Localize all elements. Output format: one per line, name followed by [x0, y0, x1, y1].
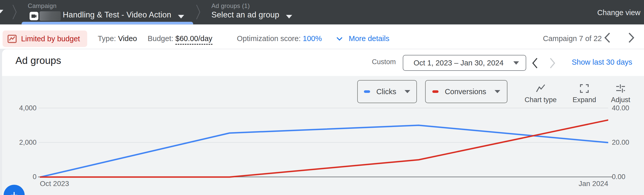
active-tab-indicator: [22, 22, 193, 24]
optimization-value[interactable]: 100%: [303, 34, 322, 43]
x-axis-tick-end: Jan 2024: [544, 180, 608, 188]
previous-campaign-button[interactable]: [603, 32, 612, 44]
previous-date-range-button[interactable]: [531, 56, 541, 70]
optimization-score-field: Optimization score: 100%: [237, 34, 322, 43]
next-campaign-button[interactable]: [628, 32, 637, 44]
date-mode-label: Custom: [372, 58, 396, 66]
metric-label: Clicks: [376, 87, 396, 96]
budget-value[interactable]: $60.00/day: [175, 34, 212, 45]
more-details-label: More details: [349, 34, 389, 43]
chevron-down-icon: [405, 90, 410, 93]
chevron-left-icon: [531, 57, 538, 69]
optimization-label: Optimization score:: [237, 34, 301, 43]
campaign-name: Handling & Test - Video Action: [63, 10, 171, 20]
status-badge[interactable]: Limited by budget: [3, 31, 87, 47]
more-details-button[interactable]: More details: [336, 34, 389, 43]
metric-selector-clicks[interactable]: Clicks: [357, 80, 417, 103]
right-axis-tick: 40.00: [612, 104, 644, 112]
type-value: Video: [118, 34, 137, 43]
budget-label: Budget:: [148, 34, 173, 43]
metric-selector-conversions[interactable]: Conversions: [425, 80, 507, 103]
video-campaign-icon: [30, 12, 38, 20]
date-range-picker[interactable]: Oct 1, 2023 – Jan 30, 2024: [403, 55, 526, 71]
left-axis-tick: 4,000: [2, 104, 37, 112]
breadcrumb-separator-icon: [12, 4, 17, 20]
top-navigation-bar: Campaign Handling & Test - Video Action …: [0, 0, 644, 24]
campaign-crumb-label: Campaign: [28, 2, 57, 9]
ad-groups-crumb-label: Ad groups (1): [211, 2, 250, 9]
chevron-down-icon: [286, 15, 292, 18]
chevron-down-icon: [495, 90, 500, 93]
limited-budget-icon: [7, 33, 17, 44]
ad-group-placeholder: Select an ad group: [211, 10, 279, 20]
page-title: Ad groups: [15, 55, 61, 66]
chevron-down-icon: [513, 61, 519, 65]
chart-type-icon: [520, 83, 561, 93]
redacted-campaign-name: [40, 11, 61, 21]
type-label: Type:: [98, 34, 116, 43]
breadcrumb-separator-icon: [196, 4, 200, 20]
conversions-series-swatch: [432, 90, 439, 93]
chevron-right-icon: [549, 57, 556, 69]
status-badge-label: Limited by budget: [21, 35, 80, 43]
right-axis-tick: 20.00: [612, 138, 644, 147]
metric-label: Conversions: [445, 87, 486, 96]
left-axis-tick: 2,000: [2, 138, 37, 147]
campaign-budget-field: Budget: $60.00/day: [148, 34, 212, 43]
chevron-left-icon: [603, 32, 611, 43]
chevron-down-icon: [178, 15, 184, 18]
ad-groups-card: Ad groups Custom Oct 1, 2023 – Jan 30, 2…: [2, 49, 644, 195]
date-range-value: Oct 1, 2023 – Jan 30, 2024: [414, 59, 504, 67]
expand-icon: [564, 83, 605, 93]
show-last-30-days-link[interactable]: Show last 30 days: [572, 58, 632, 66]
left-axis-tick: 0: [2, 173, 37, 181]
campaign-pagination-label: Campaign 7 of 22: [543, 34, 602, 43]
x-axis-tick-start: Oct 2023: [40, 180, 69, 188]
clicks-series-swatch: [364, 90, 370, 93]
plus-icon: +: [10, 188, 18, 195]
dropdown-arrow-icon[interactable]: [0, 10, 3, 13]
right-axis-tick: 0.00: [612, 173, 644, 181]
adjust-icon: [600, 83, 641, 93]
campaign-type-field: Type: Video: [98, 34, 137, 43]
next-date-range-button[interactable]: [549, 56, 559, 70]
change-view-button[interactable]: Change view: [597, 8, 640, 17]
chevron-right-icon: [628, 32, 635, 43]
campaign-status-bar: Limited by budget Type: Video Budget: $6…: [0, 24, 644, 49]
performance-chart: Clicks Conversions Chart type Expand: [2, 76, 644, 195]
chart-lines-svg: [40, 101, 608, 180]
chevron-down-icon: [336, 36, 343, 41]
